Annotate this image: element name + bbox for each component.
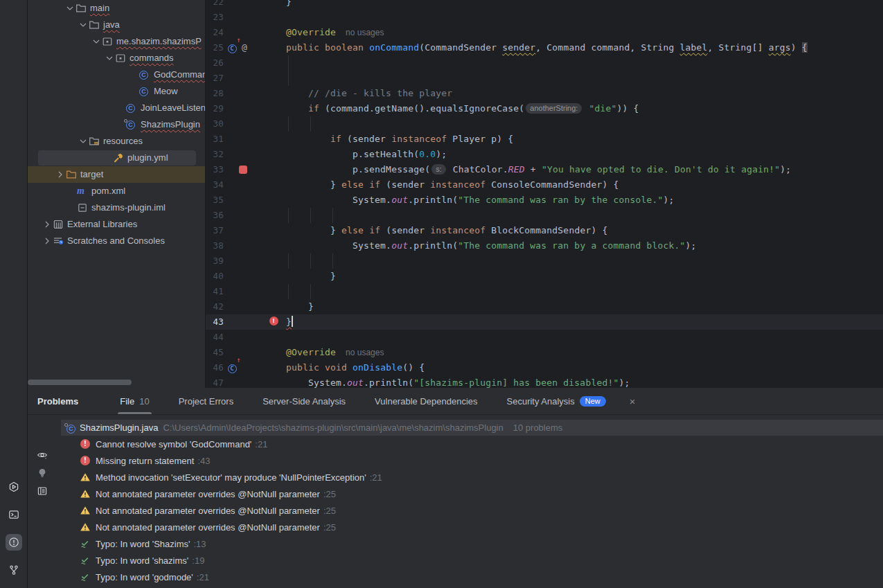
problem-row[interactable]: ! Cannot resolve symbol 'GodCommand' :21 [28, 436, 883, 452]
chevron-down-icon[interactable] [103, 53, 115, 64]
tree-item-scratches-and-consoles[interactable]: Scratches and Consoles [28, 233, 205, 249]
problem-row[interactable]: Not annotated parameter overrides @NotNu… [28, 519, 883, 535]
code-line-29[interactable]: 29 if (command.getName().equalsIgnoreCas… [206, 101, 883, 116]
tab-project-errors[interactable]: Project Errors [164, 388, 248, 414]
chevron-right-icon[interactable] [54, 169, 66, 180]
usages-hint[interactable]: no usages [346, 28, 384, 37]
problem-row[interactable]: Typo: In word 'shazims' :19 [28, 552, 883, 569]
line-number: 23 [206, 10, 224, 25]
chevron-down-icon[interactable] [77, 136, 89, 147]
chevron-down-icon[interactable] [77, 19, 89, 30]
code-line-28[interactable]: 28 // /die - kills the player [206, 86, 883, 101]
code-line-23[interactable]: 23 [206, 10, 883, 25]
line-number: 42 [206, 299, 224, 314]
problems-file-header[interactable]: C ShazimsPlugin.java C:\Users\Admin\Idea… [61, 420, 883, 436]
code-line-34[interactable]: 34 } else if (sender instanceof ConsoleC… [206, 177, 883, 193]
terminal-icon[interactable] [6, 506, 22, 523]
usages-hint[interactable]: no usages [346, 348, 384, 357]
indent-guide [288, 71, 289, 86]
run-icon[interactable] [6, 479, 22, 495]
tab-vulnerable-dependencies[interactable]: Vulnerable Dependencies [360, 388, 492, 414]
problem-row[interactable]: Not annotated parameter overrides @NotNu… [28, 485, 883, 502]
problems-tab-strip: Problems File 10 Project Errors Server-S… [28, 388, 883, 415]
horizontal-scrollbar[interactable] [28, 380, 132, 385]
code-line-38[interactable]: 38 System.out.println("The command was r… [206, 238, 883, 253]
problem-row[interactable]: Not annotated parameter overrides @NotNu… [28, 502, 883, 519]
problem-line: :43 [197, 456, 210, 466]
tab-security-analysis[interactable]: Security Analysis New [492, 388, 621, 414]
class-run-icon: C [126, 119, 141, 130]
problem-line: :19 [192, 555, 204, 566]
problem-row[interactable]: Typo: In word 'Shazims' :13 [28, 535, 883, 552]
code-line-26[interactable]: 26 [206, 55, 883, 71]
tab-server-side-analysis[interactable]: Server-Side Analysis [248, 388, 360, 414]
line-number: 47 [206, 375, 224, 388]
tab-label: File [120, 396, 134, 407]
code-line-42[interactable]: 42 } [206, 299, 883, 314]
chevron-spacer [127, 69, 139, 80]
tree-item-shazimsplugin[interactable]: C ShazimsPlugin [28, 116, 205, 133]
code-line-22[interactable]: 22} [206, 0, 883, 10]
code-line-39[interactable]: 39 [206, 253, 883, 269]
chevron-down-icon[interactable] [90, 36, 102, 47]
warning-icon [80, 505, 91, 516]
line-number: 26 [206, 55, 224, 71]
annotation-gutter-icon[interactable]: @ [239, 42, 250, 53]
line-number: 34 [206, 177, 224, 193]
code-line-46[interactable]: 46C↑public void onDisable() { [206, 360, 883, 375]
tree-item-label: java [103, 17, 120, 33]
code-line-44[interactable]: 44 [206, 330, 883, 345]
code-line-47[interactable]: 47 System.out.println("[shazims-plugin] … [206, 375, 883, 388]
error-bulb-icon[interactable]: ! [268, 315, 279, 326]
code-line-45[interactable]: 45@Overrideno usages [206, 345, 883, 360]
tree-item-godcommand[interactable]: C GodCommand [28, 66, 205, 83]
problem-row[interactable]: Typo: In word 'godmode' :21 [28, 569, 883, 585]
problem-row[interactable]: ! Missing return statement :43 [28, 452, 883, 469]
problems-icon[interactable] [6, 534, 22, 551]
chevron-right-icon[interactable] [41, 235, 53, 247]
tree-item-resources[interactable]: resources [28, 133, 205, 150]
code-line-30[interactable]: 30 [206, 116, 883, 132]
tree-item-meow[interactable]: C Meow [28, 83, 205, 100]
tab-file[interactable]: File 10 [105, 388, 163, 414]
breakpoint-icon[interactable] [238, 164, 249, 175]
code-line-33[interactable]: 33 p.sendMessage(s: ChatColor.RED + "You… [206, 162, 883, 177]
tree-item-plugin-yml[interactable]: plugin.yml [28, 150, 205, 166]
panel-title: Problems [37, 396, 78, 407]
tree-item-commands[interactable]: commands [28, 50, 205, 66]
code-line-37[interactable]: 37 } else if (sender instanceof BlockCom… [206, 223, 883, 238]
code-line-41[interactable]: 41 [206, 284, 883, 299]
code-line-31[interactable]: 31 if (sender instanceof Player p) { [206, 132, 883, 147]
problem-text: Missing return statement [96, 456, 194, 466]
line-number: 46 [206, 360, 224, 375]
tree-item-pom-xml[interactable]: m pom.xml [28, 183, 205, 199]
code-line-32[interactable]: 32 p.setHealth(0.0); [206, 147, 883, 162]
tree-item-me-shazim-shazimsp[interactable]: me.shazim.shazimsP [28, 33, 205, 50]
override-gutter-icon[interactable]: C↑ [226, 362, 238, 373]
chevron-spacer [127, 86, 139, 97]
chevron-spacer [65, 186, 77, 197]
code-line-43[interactable]: 43!} [206, 314, 883, 330]
line-number: 28 [206, 86, 224, 101]
code-editor[interactable]: 22}2324@Overrideno usages25C↑@public boo… [206, 0, 883, 388]
tree-item-target[interactable]: target [28, 166, 205, 183]
chevron-down-icon[interactable] [64, 3, 75, 14]
code-line-36[interactable]: 36 [206, 208, 883, 223]
problem-row[interactable]: Method invocation 'setExecutor' may prod… [28, 469, 883, 485]
code-line-27[interactable]: 27 [206, 71, 883, 86]
git-icon[interactable] [6, 562, 22, 578]
code-line-25[interactable]: 25C↑@public boolean onCommand(CommandSen… [206, 40, 883, 55]
indent-guide [288, 55, 289, 71]
tree-item-shazims-plugin-iml[interactable]: shazims-plugin.iml [28, 199, 205, 216]
code-line-40[interactable]: 40 } [206, 269, 883, 284]
tree-item-main[interactable]: main [28, 0, 205, 17]
override-gutter-icon[interactable]: C↑ [226, 42, 238, 53]
code-line-35[interactable]: 35 System.out.println("The command was r… [206, 193, 883, 208]
chevron-right-icon[interactable] [41, 219, 53, 230]
tab-label: Project Errors [179, 396, 233, 407]
tree-item-external-libraries[interactable]: External Libraries [28, 216, 205, 233]
tree-item-joinleavelistene[interactable]: C JoinLeaveListene [28, 100, 205, 116]
tree-item-java[interactable]: java [28, 17, 205, 33]
code-line-24[interactable]: 24@Overrideno usages [206, 25, 883, 40]
close-icon[interactable]: × [630, 395, 636, 407]
